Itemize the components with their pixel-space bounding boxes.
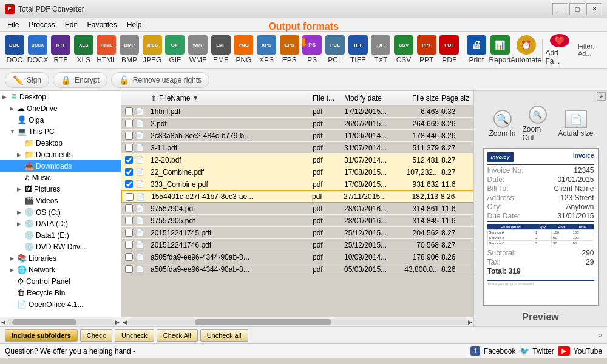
hscroll-right[interactable]: ▶: [468, 319, 472, 325]
header-date[interactable]: Modify date: [343, 94, 398, 103]
check-button[interactable]: Check: [80, 329, 112, 342]
format-eps[interactable]: EPS EPS: [279, 33, 300, 66]
file-row[interactable]: 📄2.pdfpdf26/07/2015...264,6698.26: [121, 118, 473, 130]
sidebar-item-downloads[interactable]: 📥 Downloads: [0, 160, 121, 172]
format-rtf[interactable]: RTF RTF: [50, 33, 72, 66]
format-gif[interactable]: GIF GIF: [164, 33, 186, 66]
file-checkbox[interactable]: [125, 241, 133, 249]
file-row[interactable]: 📄1html.pdfpdf17/12/2015...6,4630.33: [121, 106, 473, 118]
uncheck-all-button[interactable]: Uncheck all: [200, 329, 248, 342]
hscroll-left-arrow[interactable]: ◀: [1, 319, 5, 325]
format-doc[interactable]: DOC DOC: [4, 33, 25, 66]
file-row[interactable]: 📄201512241746.pdfpdf25/12/2015...70,5688…: [121, 239, 473, 251]
zoom-in-button[interactable]: 🔍 Zoom In: [487, 110, 518, 138]
sidebar-item-onedrive[interactable]: ▶ ☁ OneDrive: [0, 103, 121, 114]
more-button[interactable]: »: [597, 92, 606, 101]
sidebar-item-openoffice[interactable]: 📄 OpenOffice 4.1...: [0, 298, 121, 310]
format-docx[interactable]: DOCX DOCX: [27, 33, 49, 66]
header-filename[interactable]: ⬆ FileName ▼: [148, 94, 311, 103]
sidebar-item-datad[interactable]: ▶ 💿 DATA (D:): [0, 218, 121, 229]
sidebar-item-controlpanel[interactable]: ⚙ Control Panel: [0, 275, 121, 287]
sidebar-item-thispc[interactable]: ▼ 💻 This PC: [0, 126, 121, 137]
file-row[interactable]: 📄3-11.pdfpdf31/07/2014...511,3798.27: [121, 142, 473, 154]
report-button[interactable]: 📊 Report: [489, 33, 512, 66]
format-png[interactable]: PNG PNG: [233, 33, 255, 66]
file-checkbox[interactable]: [125, 253, 133, 261]
sidebar-item-osc[interactable]: ▶ 💿 OS (C:): [0, 206, 121, 218]
file-checkbox[interactable]: [125, 204, 133, 212]
format-xls[interactable]: XLS XLS: [73, 33, 95, 66]
file-checkbox[interactable]: [125, 120, 133, 127]
zoom-out-button[interactable]: 🔍 Zoom Out: [523, 106, 553, 142]
file-checkbox[interactable]: [126, 193, 134, 201]
check-all-button[interactable]: Check All: [157, 329, 198, 342]
hscroll-right-arrow[interactable]: ▶: [115, 319, 120, 325]
sidebar-item-data1e[interactable]: 💿 Data1 (E:): [0, 229, 121, 241]
uncheck-button[interactable]: Uncheck: [115, 329, 154, 342]
close-button[interactable]: ✕: [586, 3, 602, 15]
include-subfolders-button[interactable]: Include subfolders: [5, 329, 78, 342]
format-jpeg[interactable]: JPEG JPEG: [141, 33, 163, 66]
print-button[interactable]: 🖨 Print: [466, 33, 487, 66]
format-txt[interactable]: TXT TXT: [370, 33, 392, 66]
format-csv[interactable]: CSV CSV: [393, 33, 415, 66]
file-row[interactable]: 📄97557904.pdfpdf28/01/2016...314,86111.6: [121, 203, 473, 215]
hscroll-left[interactable]: ◀: [123, 319, 127, 325]
sidebar-item-pictures[interactable]: ▶ 🖼 Pictures: [0, 183, 121, 195]
sidebar-item-documents[interactable]: ▶ 📁 Documents: [0, 149, 121, 160]
file-checkbox[interactable]: [125, 217, 133, 224]
encrypt-button[interactable]: 🔒 Encrypt: [53, 72, 107, 88]
menu-help[interactable]: Help: [122, 19, 147, 30]
facebook-button[interactable]: f: [470, 346, 480, 356]
file-row[interactable]: 📄1554401c-e27f-41b7-8ec3-ae...pdf27/11/2…: [121, 190, 473, 203]
remove-rights-button[interactable]: 🔓 Remove usage rights: [111, 72, 209, 88]
format-ps[interactable]: PS PS: [302, 33, 324, 66]
file-row[interactable]: 📄333_Combine.pdfpdf17/08/2015...931,6321…: [121, 178, 473, 190]
hscroll-thumb[interactable]: [195, 319, 331, 325]
file-checkbox[interactable]: [125, 168, 133, 176]
sidebar-item-dvd[interactable]: 💿 DVD RW Driv...: [0, 241, 121, 252]
format-ppt[interactable]: PPT PPT: [416, 33, 438, 66]
format-tiff[interactable]: TIFF TIFF: [347, 33, 369, 66]
menu-process[interactable]: Process: [24, 19, 59, 30]
file-checkbox[interactable]: [125, 107, 133, 115]
sidebar-item-olga[interactable]: 👤 Olga: [0, 114, 121, 126]
file-checkbox[interactable]: [125, 180, 133, 188]
automate-button[interactable]: ⏰ Automate: [513, 33, 540, 66]
header-filesize[interactable]: File size: [398, 94, 440, 103]
file-row[interactable]: 📄12-20.pdfpdf31/07/2014...512,4818.27: [121, 154, 473, 166]
sidebar-item-desktop2[interactable]: 📁 Desktop: [0, 137, 121, 149]
file-checkbox[interactable]: [125, 144, 133, 152]
file-checkbox[interactable]: [125, 229, 133, 237]
format-wmf[interactable]: WMF WMF: [187, 33, 209, 66]
actual-size-button[interactable]: 📄 Actual size: [558, 110, 594, 138]
sidebar-item-network[interactable]: ▶ 🌐 Network: [0, 264, 121, 275]
menu-favorites[interactable]: Favorites: [82, 19, 121, 30]
format-pcl[interactable]: PCL PCL: [324, 33, 346, 66]
file-row[interactable]: 📄97557905.pdfpdf28/01/2016...314,84511.6: [121, 215, 473, 227]
header-filetype[interactable]: File t...: [311, 94, 343, 103]
file-row[interactable]: 📄201512241745.pdfpdf25/12/2015...204,562…: [121, 227, 473, 239]
sidebar-item-videos[interactable]: 🎬 Videos: [0, 195, 121, 206]
maximize-button[interactable]: □: [569, 3, 585, 15]
sidebar-item-recyclebin[interactable]: 🗑 Recycle Bin: [0, 287, 121, 298]
hscroll-thumb[interactable]: [12, 319, 76, 325]
menu-file[interactable]: File: [2, 19, 24, 30]
file-checkbox[interactable]: [125, 132, 133, 140]
sign-button[interactable]: ✏️ Sign: [5, 72, 49, 88]
header-pagesize[interactable]: Page siz: [440, 94, 473, 103]
menu-edit[interactable]: Edit: [60, 19, 83, 30]
add-favorites-button[interactable]: ❤️ Add Fa...: [544, 33, 574, 66]
file-row[interactable]: 📄a505fda9-ee96-4344-90ab-8...pdf05/03/20…: [121, 263, 473, 275]
minimize-button[interactable]: —: [552, 3, 568, 15]
sidebar-item-music[interactable]: ♫ Music: [0, 172, 121, 183]
file-row[interactable]: 📄22_Combine.pdfpdf17/08/2015...107,232..…: [121, 166, 473, 178]
file-checkbox[interactable]: [125, 156, 133, 164]
format-pdf[interactable]: PDF PDF: [438, 33, 460, 66]
file-row[interactable]: 📄a505fda9-ee96-4344-90ab-8...pdf10/09/20…: [121, 251, 473, 263]
format-html[interactable]: HTML HTML: [96, 33, 118, 66]
file-row[interactable]: 📄2c83a8bb-3ce2-484c-b779-b...pdf11/09/20…: [121, 130, 473, 142]
sidebar-item-libraries[interactable]: ▶ 📚 Libraries: [0, 252, 121, 264]
youtube-button[interactable]: ▶: [558, 346, 570, 356]
file-checkbox[interactable]: [125, 265, 133, 273]
